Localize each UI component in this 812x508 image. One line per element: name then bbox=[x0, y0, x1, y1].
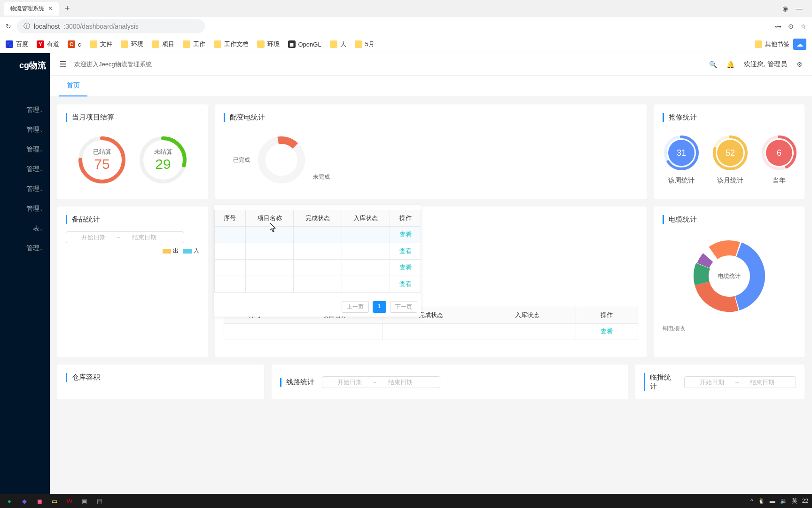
cable-footer: 铜电揽收 bbox=[663, 325, 796, 333]
collapse-menu-icon[interactable]: ☰ bbox=[59, 59, 67, 70]
search-icon[interactable]: 🔍 bbox=[709, 61, 717, 68]
bell-icon[interactable]: 🔔 bbox=[726, 61, 734, 68]
view-link[interactable]: 查看 bbox=[399, 264, 412, 271]
settings-icon[interactable]: ⚙ bbox=[796, 61, 803, 68]
table-row[interactable]: 查看 bbox=[215, 276, 421, 293]
bookmark-folder-da[interactable]: 大 bbox=[330, 40, 346, 48]
view-link[interactable]: 查看 bbox=[399, 231, 412, 238]
view-link[interactable]: 查看 bbox=[601, 328, 613, 335]
legend-out: 出 bbox=[163, 247, 179, 255]
table-row[interactable]: 查看 bbox=[215, 227, 421, 243]
bookmark-folder-xiangmu[interactable]: 项目 bbox=[152, 40, 174, 48]
bookmark-folder-huanjing2[interactable]: 环境 bbox=[257, 40, 280, 48]
card-repair: 抢修统计 31 该周统计 52 bbox=[654, 104, 804, 199]
os-taskbar: ● ◆ ◼ ▭ W ▣ ▤ ^ 🐧 ▬ 🔉 英 22 bbox=[0, 494, 812, 494]
url-path: :3000/dashboard/analysis bbox=[63, 23, 139, 30]
card-title: 电缆统计 bbox=[663, 215, 796, 224]
tab-title: 物流管理系统 bbox=[10, 5, 44, 13]
sidebar-item-7[interactable]: 管理⌄ bbox=[0, 238, 50, 258]
reload-icon[interactable]: ↻ bbox=[6, 23, 11, 30]
sidebar-item-5[interactable]: 管理⌄ bbox=[0, 199, 50, 219]
welcome-text: 欢迎进入Jeecg物流管理系统 bbox=[74, 60, 152, 69]
repair-label: 该周统计 bbox=[668, 176, 695, 185]
repair-week: 31 该周统计 bbox=[663, 134, 700, 185]
browser-tab[interactable]: 物流管理系统 ✕ bbox=[4, 2, 59, 16]
search-icon[interactable]: ⊙ bbox=[788, 23, 794, 30]
baidu-cloud-icon[interactable]: ☁ bbox=[793, 39, 806, 50]
gauge-value: 29 bbox=[155, 156, 171, 172]
chevron-down-icon: ⌄ bbox=[39, 167, 43, 172]
chevron-down-icon: ⌄ bbox=[39, 108, 43, 113]
bookmark-folder-huanjing[interactable]: 环境 bbox=[121, 40, 143, 48]
bookmark-c[interactable]: Cc bbox=[68, 40, 81, 48]
th-stock: 入库状态 bbox=[342, 210, 390, 227]
card-title: 仓库容积 bbox=[66, 373, 256, 382]
sidebar-item-6[interactable]: 表⌄ bbox=[0, 219, 50, 238]
tab-bar: 物流管理系统 ✕ + ◉ — bbox=[0, 0, 812, 17]
sidebar-item-3[interactable]: 管理⌄ bbox=[0, 159, 50, 179]
card-title: 当月项目结算 bbox=[66, 113, 199, 122]
table-row[interactable]: 查看 bbox=[215, 260, 421, 276]
card-title: 临措统计 bbox=[644, 373, 677, 391]
dashboard-content: 当月项目结算 已结算 75 未结算 bbox=[50, 97, 812, 494]
table-row[interactable]: 查看 bbox=[215, 243, 421, 260]
profile-icon[interactable]: ◉ bbox=[782, 5, 789, 12]
sidebar-item-1[interactable]: 管理⌄ bbox=[0, 120, 50, 140]
view-link[interactable]: 查看 bbox=[399, 247, 412, 254]
date-range-picker[interactable]: ~ bbox=[322, 376, 440, 388]
star-icon[interactable]: ☆ bbox=[800, 23, 806, 30]
legend-in: 入 bbox=[183, 247, 199, 255]
bookmark-folder-wenjian[interactable]: 文件 bbox=[90, 40, 112, 48]
key-icon[interactable]: ⊶ bbox=[775, 23, 781, 30]
view-link[interactable]: 查看 bbox=[399, 280, 412, 287]
bookmark-opengl[interactable]: ◼OpenGL bbox=[288, 40, 321, 48]
sidebar-item-4[interactable]: 管理⌄ bbox=[0, 179, 50, 199]
next-page-button[interactable]: 下一页 bbox=[390, 301, 417, 313]
page-number[interactable]: 1 bbox=[373, 301, 386, 313]
address-bar[interactable]: ⓘ localhost:3000/dashboard/analysis bbox=[17, 19, 205, 33]
chevron-down-icon: ⌄ bbox=[39, 127, 43, 133]
bookmark-folder-5yue[interactable]: 5月 bbox=[355, 40, 375, 48]
card-monthly-settlement: 当月项目结算 已结算 75 未结算 bbox=[57, 104, 208, 199]
bookmark-youdao[interactable]: Y有道 bbox=[37, 40, 59, 48]
repair-label: 当年 bbox=[773, 176, 786, 185]
bookmark-baidu[interactable]: 🐾百度 bbox=[6, 40, 28, 48]
card-warehouse: 仓库容积 bbox=[57, 365, 264, 399]
other-bookmarks[interactable]: 其他书签 bbox=[755, 40, 789, 48]
th-action: 操作 bbox=[390, 210, 421, 227]
sidebar-item-0[interactable]: 管理⌄ bbox=[0, 100, 50, 120]
gauge-label: 未结算 bbox=[154, 148, 172, 156]
card-spare-parts: 备品统计 ~ 出 入 bbox=[57, 206, 208, 357]
data-table: 序号 项目名称 完成状态 入库状态 操作 查看 查看 查看 查看 bbox=[214, 210, 421, 293]
th-seq: 序号 bbox=[215, 210, 246, 227]
th-stock: 入库状态 bbox=[479, 307, 576, 324]
card-title: 备品统计 bbox=[66, 215, 199, 224]
sidebar-item-2[interactable]: 管理⌄ bbox=[0, 140, 50, 159]
start-date-input[interactable] bbox=[70, 234, 117, 241]
card-distribution: 配变电统计 已完成 未完成 bbox=[215, 104, 647, 199]
gauge-value: 75 bbox=[94, 156, 109, 172]
browser-chrome: 物流管理系统 ✕ + ◉ — ↻ ⓘ localhost:3000/dashbo… bbox=[0, 0, 812, 53]
prev-page-button[interactable]: 上一页 bbox=[342, 301, 369, 313]
start-date-input[interactable] bbox=[688, 379, 735, 386]
th-action: 操作 bbox=[576, 307, 638, 324]
new-tab-icon[interactable]: + bbox=[65, 4, 70, 14]
gauge-label: 已结算 bbox=[93, 148, 111, 156]
user-greeting[interactable]: 欢迎您, 管理员 bbox=[744, 60, 787, 69]
date-range-picker[interactable]: ~ bbox=[66, 231, 184, 243]
card-title: 线路统计 bbox=[280, 378, 314, 387]
date-range-picker[interactable]: ~ bbox=[684, 376, 796, 388]
end-date-input[interactable] bbox=[377, 379, 424, 386]
end-date-input[interactable] bbox=[121, 234, 168, 241]
sidebar: cg物流 管理⌄ 管理⌄ 管理⌄ 管理⌄ 管理⌄ 管理⌄ 表⌄ 管理⌄ bbox=[0, 53, 50, 494]
tab-home[interactable]: 首页 bbox=[59, 76, 87, 96]
minimize-icon[interactable]: — bbox=[796, 5, 803, 12]
start-date-input[interactable] bbox=[326, 379, 373, 386]
card-temp: 临措统计 ~ bbox=[635, 365, 804, 399]
tab-close-icon[interactable]: ✕ bbox=[48, 5, 53, 12]
end-date-input[interactable] bbox=[739, 379, 786, 386]
bookmark-folder-gongzuo[interactable]: 工作 bbox=[183, 40, 205, 48]
distribution-donut bbox=[256, 134, 307, 186]
bookmark-folder-gongzuowendang[interactable]: 工作文档 bbox=[214, 40, 249, 48]
info-icon: ⓘ bbox=[23, 22, 30, 31]
